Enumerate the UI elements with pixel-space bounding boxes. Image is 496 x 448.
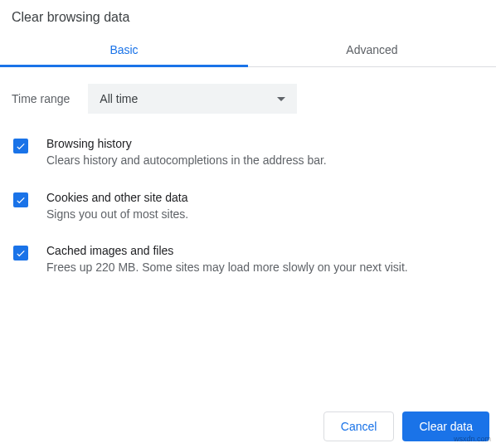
time-range-value: All time	[100, 92, 138, 105]
checkbox-cache[interactable]	[13, 246, 28, 261]
dialog-title: Clear browsing data	[0, 0, 496, 32]
option-desc: Signs you out of most sites.	[46, 207, 484, 223]
check-icon	[15, 247, 27, 259]
option-cache: Cached images and files Frees up 220 MB.…	[12, 244, 484, 276]
option-desc: Frees up 220 MB. Some sites may load mor…	[46, 260, 484, 276]
option-text: Cookies and other site data Signs you ou…	[46, 191, 484, 223]
option-browsing-history: Browsing history Clears history and auto…	[12, 137, 484, 169]
tab-basic[interactable]: Basic	[0, 32, 248, 66]
time-range-row: Time range All time	[12, 84, 484, 114]
checkbox-cookies[interactable]	[13, 192, 28, 207]
option-desc: Clears history and autocompletions in th…	[46, 153, 484, 169]
dialog-footer: Cancel Clear data	[323, 411, 489, 441]
dialog-body: Time range All time Browsing history Cle…	[0, 67, 496, 276]
option-text: Browsing history Clears history and auto…	[46, 137, 484, 169]
time-range-select[interactable]: All time	[88, 84, 297, 114]
time-range-label: Time range	[12, 92, 70, 105]
tabs: Basic Advanced	[0, 32, 496, 67]
chevron-down-icon	[277, 97, 285, 101]
checkbox-browsing-history[interactable]	[13, 139, 28, 153]
option-cookies: Cookies and other site data Signs you ou…	[12, 191, 484, 223]
check-icon	[15, 140, 27, 152]
option-text: Cached images and files Frees up 220 MB.…	[46, 244, 484, 276]
option-title: Browsing history	[46, 137, 484, 150]
cancel-button[interactable]: Cancel	[323, 411, 395, 441]
tab-advanced[interactable]: Advanced	[248, 32, 496, 66]
check-icon	[15, 194, 27, 206]
option-title: Cookies and other site data	[46, 191, 484, 204]
option-title: Cached images and files	[46, 244, 484, 257]
clear-data-button[interactable]: Clear data	[402, 411, 489, 441]
